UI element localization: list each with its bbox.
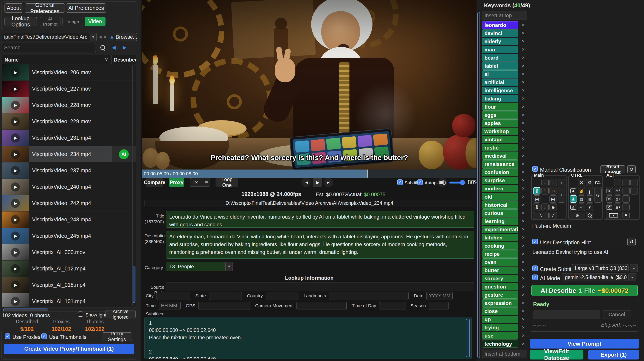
tab-ai-prompt[interactable]: AI Prompt [40, 17, 60, 26]
archive-ignored-button[interactable]: Archive Ignored [106, 310, 136, 318]
person-1-icon[interactable]: ♙¹ [614, 187, 622, 194]
keyword-pill[interactable]: modern [482, 185, 518, 192]
pan-right-icon[interactable]: → [550, 179, 557, 186]
volume-knob[interactable] [460, 180, 465, 185]
cancel-button[interactable]: Cancel [603, 310, 631, 319]
empty-cell[interactable] [630, 187, 638, 194]
pull-out-icon[interactable]: ⇩ [533, 204, 540, 211]
tilt-up-icon[interactable]: ↑ [558, 179, 565, 186]
keyword-pill[interactable]: butter [482, 267, 518, 274]
empty-cell[interactable] [622, 204, 630, 211]
play-button[interactable]: ▶ [313, 178, 322, 187]
keyword-remove-icon[interactable]: × [522, 292, 525, 298]
keyword-pill[interactable]: sorcery [482, 275, 518, 282]
insert-at-bottom-input[interactable] [482, 350, 526, 358]
keyword-remove-icon[interactable]: × [522, 95, 525, 101]
keyword-remove-icon[interactable]: × [522, 71, 525, 77]
empty-cell[interactable] [622, 187, 630, 194]
file-row[interactable]: ▶ ViscriptixVideo_228.mov [2, 97, 136, 113]
keyword-pill[interactable]: workshop [482, 128, 518, 135]
view-edit-database-button[interactable]: View/Edit Database [530, 350, 583, 360]
file-thumbnail[interactable]: ▶ [2, 146, 29, 162]
keyword-remove-icon[interactable]: × [522, 177, 525, 183]
keyword-remove-icon[interactable]: × [522, 300, 525, 306]
file-row[interactable]: ▶ ViscriptixVideo_227.mov [2, 81, 136, 97]
keyword-pill[interactable]: recipe [482, 250, 518, 258]
keyword-remove-icon[interactable]: × [522, 210, 525, 216]
keyword-remove-icon[interactable]: × [522, 161, 525, 167]
keyword-remove-icon[interactable]: × [522, 169, 525, 175]
file-thumbnail[interactable]: ▶ [2, 97, 29, 113]
keyword-remove-icon[interactable]: × [522, 226, 525, 232]
file-thumbnail[interactable]: ▶ [2, 130, 29, 146]
keyword-pill[interactable]: leonardo [482, 21, 518, 29]
keyword-pill[interactable]: curious [482, 209, 518, 217]
clapper-b-icon[interactable]: B [606, 195, 613, 203]
timeline-scrubber[interactable]: 00:00:05:09 / 00:00:08:00 [142, 170, 476, 178]
keyword-remove-icon[interactable]: × [522, 145, 525, 151]
keyword-pill[interactable]: renaissance [482, 160, 518, 168]
pedestal-down-icon[interactable]: ↧ [541, 204, 548, 211]
clapper-a-icon[interactable]: A [606, 187, 613, 194]
keyword-remove-icon[interactable]: × [522, 202, 525, 208]
truck-right-icon[interactable]: ▶| [550, 195, 557, 203]
bust-icon[interactable]: ♟ [570, 195, 577, 203]
file-thumbnail[interactable]: ▶ [2, 162, 29, 179]
subtitles-editor[interactable]: 1 00:00:00,000 --> 00:00:02,640 Place th… [144, 317, 472, 359]
subtitles-scrollbar[interactable] [466, 319, 470, 357]
next-frame-button[interactable]: ▶| [324, 178, 333, 187]
ai-model-select[interactable]: gemini-2.5-flash-lite ★ ($0.00072) [562, 273, 627, 281]
file-row[interactable]: ▶ ViscriptixVideo_237.mp4 [2, 162, 136, 179]
keyword-pill[interactable]: up [482, 316, 518, 323]
keyword-pill[interactable]: baking [482, 95, 518, 102]
mute-button[interactable] [438, 178, 447, 187]
push-in-icon[interactable]: ⇧ [533, 187, 540, 194]
gamma-l-toggle[interactable]: Γ/L [594, 179, 602, 186]
ai-model-dropdown-icon[interactable]: ▼ [628, 273, 636, 281]
keyword-remove-icon[interactable]: × [522, 22, 525, 28]
file-thumbnail[interactable]: ▶ [2, 293, 29, 308]
user-description-hint-checkbox[interactable]: ✓ [532, 239, 538, 244]
keyword-remove-icon[interactable]: × [522, 38, 525, 44]
keyword-pill[interactable]: medieval [482, 152, 518, 160]
keyword-remove-icon[interactable]: × [522, 185, 525, 191]
keyword-remove-icon[interactable]: × [522, 46, 525, 52]
autoplay-checkbox[interactable]: ✓ [417, 179, 423, 185]
zoom-in-icon[interactable]: ⊕ [550, 187, 557, 194]
keyword-pill[interactable]: surprise [482, 177, 518, 184]
create-subtitles-checkbox[interactable]: ✓ [532, 266, 538, 271]
keyword-pill[interactable]: apples [482, 119, 518, 127]
keyword-pill[interactable]: close [482, 308, 518, 315]
file-thumbnail[interactable]: ▶ [2, 64, 29, 80]
keyword-pill[interactable]: kitchen [482, 234, 518, 241]
file-row[interactable]: ▶ Viscriptix_AI_018.mp4 [2, 277, 136, 293]
keyword-pill[interactable]: use [482, 332, 518, 340]
keyword-remove-icon[interactable]: × [522, 112, 525, 118]
keyword-pill[interactable]: gesture [482, 291, 518, 299]
keyword-remove-icon[interactable]: × [522, 153, 525, 159]
magnifier-icon[interactable] [586, 212, 594, 219]
empty-cell[interactable] [622, 179, 630, 186]
file-row[interactable]: ▶ Viscriptix_AI_000.mov [2, 244, 136, 261]
keyword-pill[interactable]: rustic [482, 144, 518, 151]
about-button[interactable]: About [4, 3, 23, 13]
pan-left-icon[interactable]: ← [541, 179, 548, 186]
path-dropdown-icon[interactable]: ▼ [90, 33, 97, 41]
keyword-pill[interactable]: expression [482, 299, 518, 307]
file-thumbnail[interactable]: ▶ [2, 81, 29, 97]
file-thumbnail[interactable]: ▶ [2, 228, 29, 244]
keyword-pill[interactable]: learning [482, 218, 518, 225]
portrait-icon[interactable]: ♙ [570, 204, 577, 211]
zoom-out-icon[interactable]: ⊖ [550, 204, 557, 211]
show-ignored-checkbox[interactable] [78, 312, 83, 317]
ai-describe-button[interactable]: AI Describe 1 File ~$0.00072 [532, 285, 638, 296]
file-row[interactable]: ▶ Viscriptix_AI_101.mp4 [2, 293, 136, 308]
general-preferences-button[interactable]: General Preferences [25, 3, 65, 13]
file-thumbnail[interactable]: ▶ [2, 244, 29, 260]
file-row[interactable]: ▶ ViscriptixVideo_240.mp4 [2, 179, 136, 195]
path-input[interactable] [2, 33, 89, 41]
grid-icon[interactable]: ▦ [578, 195, 585, 203]
tracking-cross-icon[interactable]: × [578, 179, 585, 186]
use-proxies-checkbox[interactable]: ✓ [5, 334, 10, 339]
search-next-icon[interactable]: ▶ [123, 45, 126, 50]
